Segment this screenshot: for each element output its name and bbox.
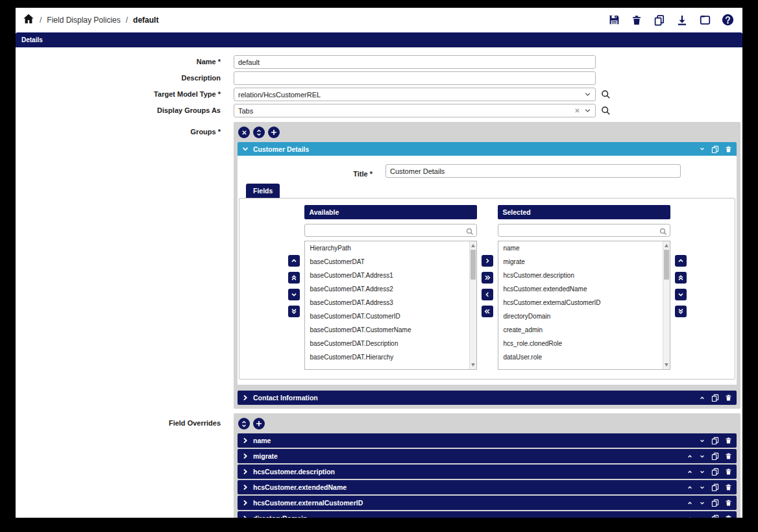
- list-item[interactable]: hcsCustomer.description: [498, 269, 670, 282]
- reorder-down-button[interactable]: [288, 289, 300, 300]
- chevron-down-icon[interactable]: [242, 146, 249, 152]
- list-item[interactable]: baseCustomerDAT.CustomerID: [305, 309, 476, 323]
- list-item[interactable]: baseCustomerDAT.Hierarchy: [305, 350, 476, 364]
- move-left-button[interactable]: [482, 289, 493, 300]
- group-header-contact-information[interactable]: Contact Information: [238, 391, 737, 405]
- list-item[interactable]: migrate: [498, 255, 670, 269]
- tab-details[interactable]: Details: [16, 32, 742, 47]
- title-input[interactable]: [385, 164, 681, 178]
- home-icon[interactable]: [23, 13, 34, 27]
- list-item[interactable]: baseCustomerDAT: [305, 255, 476, 269]
- move-down-icon[interactable]: [699, 469, 705, 475]
- selected-search-input[interactable]: [498, 224, 670, 237]
- list-item[interactable]: name: [498, 241, 670, 255]
- override-row[interactable]: hcsCustomer.extendedName: [238, 480, 737, 494]
- list-item[interactable]: baseCustomerDAT.Address2: [305, 282, 476, 296]
- trash-icon[interactable]: [725, 145, 732, 153]
- available-search-input[interactable]: [304, 224, 477, 237]
- chevron-right-icon[interactable]: [242, 468, 249, 475]
- override-row[interactable]: directoryDomain: [238, 511, 737, 518]
- chevron-right-icon[interactable]: [242, 437, 249, 444]
- scrollbar-thumb[interactable]: [664, 250, 669, 280]
- override-row[interactable]: migrate: [238, 449, 737, 463]
- list-item[interactable]: create_admin: [498, 323, 670, 337]
- chevron-down-icon[interactable]: [584, 107, 591, 114]
- move-up-icon[interactable]: [687, 469, 693, 475]
- window-icon[interactable]: [698, 14, 711, 27]
- x-circle-button[interactable]: [238, 127, 250, 138]
- clone-icon[interactable]: [653, 14, 666, 27]
- description-input[interactable]: [234, 71, 596, 85]
- display-groups-as-select[interactable]: Tabs: [234, 104, 596, 117]
- list-item[interactable]: dataUser.role: [498, 350, 670, 364]
- group-header-customer-details[interactable]: Customer Details: [238, 142, 737, 156]
- add-override-button[interactable]: [253, 418, 265, 429]
- trash-icon[interactable]: [725, 394, 732, 402]
- reorder-up-button[interactable]: [288, 255, 300, 267]
- collapse-expand-all-button[interactable]: [238, 418, 250, 429]
- copy-icon[interactable]: [711, 145, 719, 153]
- copy-icon[interactable]: [711, 468, 719, 476]
- trash-icon[interactable]: [725, 468, 732, 476]
- chevron-right-icon[interactable]: [242, 515, 249, 518]
- move-down-icon[interactable]: [699, 516, 705, 518]
- move-up-icon[interactable]: [687, 516, 693, 518]
- download-icon[interactable]: [676, 14, 689, 27]
- list-item[interactable]: baseCustomerDAT.Description: [305, 337, 476, 350]
- move-right-button[interactable]: [482, 255, 493, 267]
- target-model-type-select[interactable]: relation/HcsCustomerREL: [234, 88, 596, 101]
- name-input[interactable]: [234, 55, 596, 69]
- chevron-right-icon[interactable]: [242, 453, 249, 459]
- move-up-icon[interactable]: [687, 453, 693, 459]
- override-row[interactable]: hcsCustomer.externalCustomerID: [238, 496, 737, 510]
- reorder-bottom-button[interactable]: [675, 306, 687, 317]
- reorder-top-button[interactable]: [288, 272, 300, 284]
- reorder-top-button[interactable]: [675, 272, 687, 284]
- move-all-right-button[interactable]: [482, 272, 493, 284]
- scrollbar[interactable]: [469, 241, 476, 369]
- save-icon[interactable]: [607, 14, 620, 27]
- scrollbar[interactable]: [663, 241, 670, 369]
- trash-icon[interactable]: [725, 452, 732, 460]
- list-item[interactable]: baseCustomerDAT.Address1: [305, 269, 476, 282]
- copy-icon[interactable]: [711, 514, 719, 518]
- search-icon[interactable]: [601, 90, 611, 99]
- list-item[interactable]: baseCustomerDAT.Address3: [305, 296, 476, 309]
- tab-fields[interactable]: Fields: [246, 184, 280, 198]
- add-group-button[interactable]: [268, 127, 280, 138]
- move-down-icon[interactable]: [699, 438, 705, 444]
- reorder-bottom-button[interactable]: [288, 306, 300, 317]
- copy-icon[interactable]: [711, 437, 719, 444]
- search-icon[interactable]: [601, 106, 611, 115]
- move-down-icon[interactable]: [699, 453, 705, 459]
- trash-icon[interactable]: [725, 437, 732, 444]
- move-down-icon[interactable]: [699, 485, 705, 490]
- list-item[interactable]: hcsCustomer.externalCustomerID: [498, 296, 670, 309]
- delete-icon[interactable]: [630, 14, 643, 27]
- trash-icon[interactable]: [725, 499, 732, 507]
- override-row[interactable]: name: [238, 433, 737, 448]
- list-item[interactable]: HierarchyPath: [305, 241, 476, 255]
- move-down-icon[interactable]: [699, 146, 705, 152]
- collapse-expand-all-button[interactable]: [253, 127, 265, 138]
- chevron-down-icon[interactable]: [584, 91, 591, 98]
- move-down-icon[interactable]: [699, 500, 705, 506]
- copy-icon[interactable]: [711, 452, 719, 460]
- trash-icon[interactable]: [725, 483, 732, 491]
- chevron-right-icon[interactable]: [242, 500, 249, 506]
- reorder-down-button[interactable]: [675, 289, 687, 300]
- chevron-right-icon[interactable]: [242, 484, 249, 490]
- trash-icon[interactable]: [725, 514, 732, 518]
- reorder-up-button[interactable]: [675, 255, 687, 267]
- move-up-icon[interactable]: [687, 485, 693, 490]
- copy-icon[interactable]: [711, 394, 719, 402]
- copy-icon[interactable]: [711, 499, 719, 507]
- help-icon[interactable]: [721, 14, 734, 27]
- chevron-right-icon[interactable]: [242, 394, 249, 401]
- clear-icon[interactable]: [574, 108, 580, 114]
- list-item[interactable]: hcs_role.clonedRole: [498, 337, 670, 350]
- move-up-icon[interactable]: [687, 500, 693, 506]
- move-all-left-button[interactable]: [482, 306, 493, 317]
- list-item[interactable]: hcsCustomer.extendedName: [498, 282, 670, 296]
- copy-icon[interactable]: [711, 483, 719, 491]
